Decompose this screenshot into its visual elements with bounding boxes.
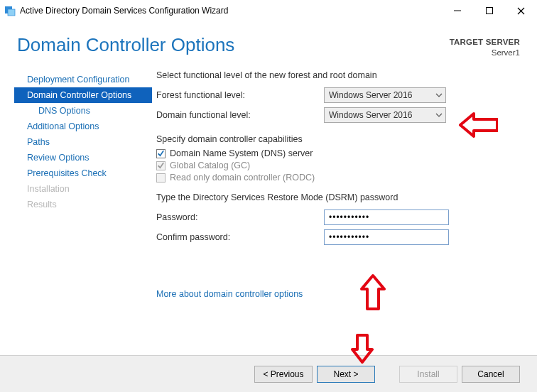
rodc-checkbox: [156, 173, 166, 183]
domain-level-value: Windows Server 2016: [329, 110, 412, 120]
previous-button[interactable]: < Previous: [254, 366, 313, 383]
sidebar-item-installation: Installation: [14, 181, 152, 197]
wizard-sidebar: Deployment Configuration Domain Controll…: [14, 67, 152, 249]
sidebar-item-additional[interactable]: Additional Options: [14, 119, 152, 134]
main-panel: Select functional level of the new fores…: [152, 67, 528, 249]
dns-checkbox[interactable]: [156, 149, 166, 158]
rodc-checkbox-label: Read only domain controller (RODC): [170, 173, 315, 183]
annotation-arrow-up-icon: [359, 273, 387, 313]
window-controls: [441, 0, 537, 21]
forest-level-label: Forest functional level:: [156, 90, 324, 100]
password-label: Password:: [156, 212, 324, 222]
install-button: Install: [399, 366, 457, 383]
chevron-down-icon: [435, 90, 443, 102]
capabilities-heading: Specify domain controller capabilities: [156, 134, 521, 144]
next-button[interactable]: Next >: [317, 366, 375, 383]
dsrm-heading: Type the Directory Services Restore Mode…: [156, 192, 521, 202]
sidebar-item-results: Results: [14, 197, 152, 212]
sidebar-item-deployment[interactable]: Deployment Configuration: [14, 72, 152, 87]
functional-heading: Select functional level of the new fores…: [156, 70, 521, 80]
gc-checkbox: [156, 161, 166, 170]
domain-level-label: Domain functional level:: [156, 110, 324, 120]
sidebar-item-dc-options[interactable]: Domain Controller Options: [14, 87, 152, 103]
svg-rect-1: [8, 9, 15, 16]
forest-level-dropdown[interactable]: Windows Server 2016: [324, 87, 446, 103]
sidebar-item-prereq[interactable]: Prerequisites Check: [14, 165, 152, 181]
window-title: Active Directory Domain Services Configu…: [20, 6, 441, 16]
close-button[interactable]: [505, 0, 537, 21]
domain-level-dropdown[interactable]: Windows Server 2016: [324, 107, 446, 123]
dns-checkbox-label: Domain Name System (DNS) server: [170, 148, 313, 158]
cancel-button[interactable]: Cancel: [462, 366, 520, 383]
forest-level-value: Windows Server 2016: [329, 90, 412, 100]
gc-checkbox-label: Global Catalog (GC): [170, 160, 250, 170]
confirm-password-label: Confirm password:: [156, 232, 324, 242]
confirm-password-input[interactable]: [324, 229, 449, 245]
target-label: TARGET SERVER: [450, 37, 520, 48]
target-server-block: TARGET SERVER Server1: [450, 28, 520, 58]
wizard-footer: < Previous Next > Install Cancel: [0, 355, 537, 392]
sidebar-item-paths[interactable]: Paths: [14, 134, 152, 150]
maximize-button[interactable]: [473, 0, 505, 21]
target-value: Server1: [450, 48, 520, 58]
chevron-down-icon: [435, 110, 443, 122]
more-link[interactable]: More about domain controller options: [156, 289, 303, 299]
title-bar: Active Directory Domain Services Configu…: [0, 0, 537, 21]
app-icon: [4, 5, 16, 16]
svg-rect-3: [486, 8, 492, 14]
page-title: Domain Controller Options: [17, 34, 234, 56]
sidebar-item-review[interactable]: Review Options: [14, 150, 152, 165]
sidebar-item-dns-options[interactable]: DNS Options: [14, 103, 152, 119]
minimize-button[interactable]: [441, 0, 473, 21]
password-input[interactable]: [324, 209, 449, 225]
